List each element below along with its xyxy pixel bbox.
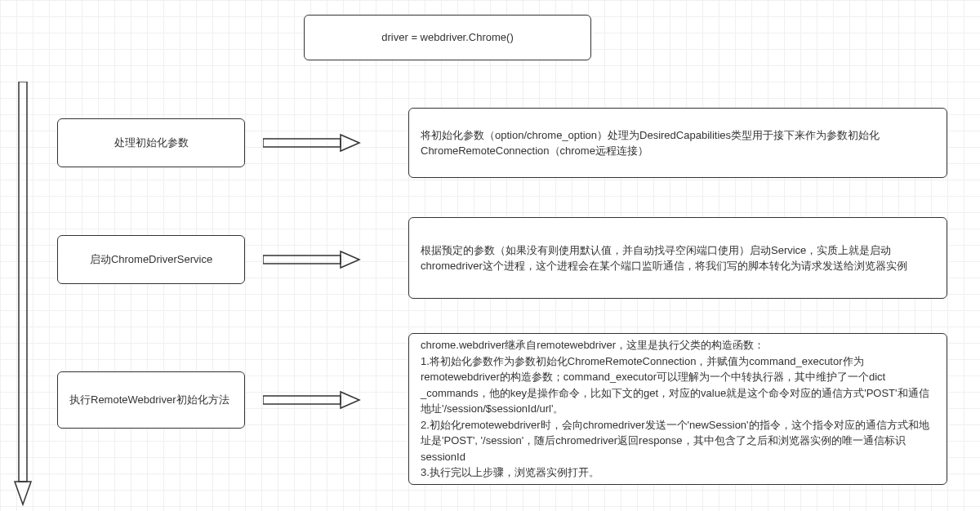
desc-box-1: 将初始化参数（option/chrome_option）处理为DesiredCa… (408, 108, 947, 178)
svg-rect-0 (19, 82, 27, 482)
svg-marker-5 (341, 251, 359, 268)
step-label-2: 启动ChromeDriverService (90, 251, 212, 268)
desc-text-3: chrome.webdriver继承自remotewebdriver，这里是执行… (421, 337, 935, 481)
step-label-1: 处理初始化参数 (114, 135, 189, 151)
step-box-1: 处理初始化参数 (57, 118, 245, 167)
svg-marker-1 (15, 482, 31, 504)
diagram-title-box: driver = webdriver.Chrome() (304, 15, 591, 60)
step-label-3: 执行RemoteWebdriver初始化方法 (69, 392, 229, 408)
diagram-title: driver = webdriver.Chrome() (381, 29, 513, 46)
arrow-icon (263, 389, 361, 411)
desc-box-2: 根据预定的参数（如果没有则使用默认值，并自动找寻空闲端口使用）启动Service… (408, 217, 947, 299)
desc-text-2: 根据预定的参数（如果没有则使用默认值，并自动找寻空闲端口使用）启动Service… (421, 242, 935, 274)
desc-text-1: 将初始化参数（option/chrome_option）处理为DesiredCa… (421, 127, 935, 159)
arrow-icon (263, 249, 361, 270)
desc-box-3: chrome.webdriver继承自remotewebdriver，这里是执行… (408, 333, 947, 485)
arrow-icon (263, 132, 361, 153)
vertical-flow-arrow (12, 82, 33, 506)
step-box-2: 启动ChromeDriverService (57, 235, 245, 284)
step-box-3: 执行RemoteWebdriver初始化方法 (57, 371, 245, 429)
svg-marker-7 (341, 392, 359, 408)
svg-marker-3 (341, 135, 359, 151)
svg-rect-4 (263, 256, 341, 264)
svg-rect-6 (263, 396, 341, 404)
svg-rect-2 (263, 139, 341, 147)
